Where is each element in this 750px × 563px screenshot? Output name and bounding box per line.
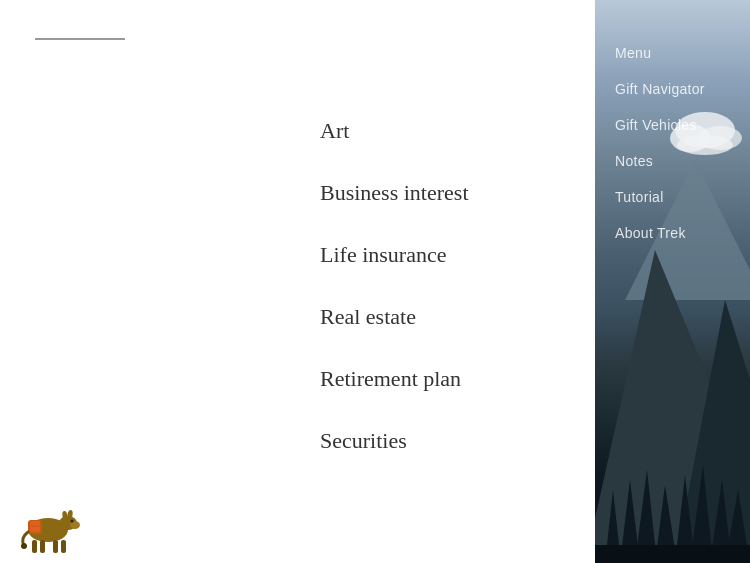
asset-item-business-interest[interactable]: Business interest [320,162,595,224]
nav-item-gift-vehicles[interactable]: Gift Vehicles [610,107,735,143]
asset-item-securities[interactable]: Securities [320,410,595,472]
svg-point-5 [71,520,74,523]
header-section [0,0,595,40]
sidebar-nav: MenuGift NavigatorGift VehiclesNotesTuto… [595,0,750,251]
asset-list: ArtBusiness interestLife insuranceReal e… [320,100,595,472]
svg-rect-6 [32,540,37,553]
nav-item-about-trek[interactable]: About Trek [610,215,735,251]
main-content: ArtBusiness interestLife insuranceReal e… [0,0,595,563]
svg-rect-8 [53,540,58,553]
svg-rect-29 [595,545,750,563]
title-underline [35,38,125,40]
nav-item-menu[interactable]: Menu [610,35,735,71]
sidebar: MenuGift NavigatorGift VehiclesNotesTuto… [595,0,750,563]
nav-item-tutorial[interactable]: Tutorial [610,179,735,215]
nav-item-gift-navigator[interactable]: Gift Navigator [610,71,735,107]
asset-item-real-estate[interactable]: Real estate [320,286,595,348]
nav-item-notes[interactable]: Notes [610,143,735,179]
asset-item-retirement-plan[interactable]: Retirement plan [320,348,595,410]
svg-rect-9 [61,540,66,553]
mascot [10,488,85,553]
asset-item-life-insurance[interactable]: Life insurance [320,224,595,286]
asset-item-art[interactable]: Art [320,100,595,162]
svg-rect-7 [40,540,45,553]
svg-point-13 [21,543,27,549]
